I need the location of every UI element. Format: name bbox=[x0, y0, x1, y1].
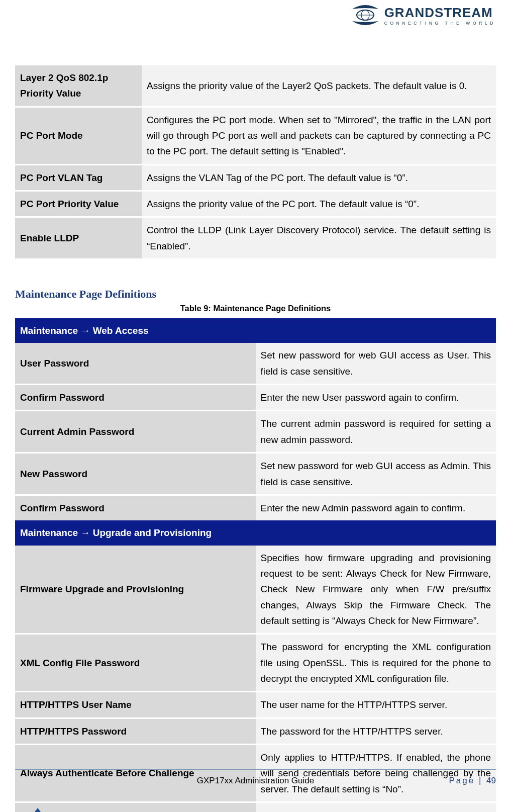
group-header-upgrade: Maintenance → Upgrade and Provisioning bbox=[15, 520, 496, 545]
row-key: New Password bbox=[15, 454, 256, 494]
footer-page-number: Page | 49 bbox=[449, 776, 496, 786]
table-row: PC Port Mode Configures the PC port mode… bbox=[15, 108, 496, 164]
row-val: The password for the HTTP/HTTPS server. bbox=[256, 719, 496, 744]
table-row: HTTP/HTTPS User Name The user name for t… bbox=[15, 692, 496, 717]
row-val: The password for encrypting the XML conf… bbox=[256, 635, 496, 691]
table-row: HTTP/HTTPS Password The password for the… bbox=[15, 719, 496, 744]
row-val: Allows users to choose the firmware upgr… bbox=[256, 803, 496, 812]
section-heading: Maintenance Page Definitions bbox=[15, 288, 496, 301]
table-maintenance: Maintenance → Web Access User Password S… bbox=[15, 318, 496, 812]
row-val: Set new password for web GUI access as U… bbox=[256, 343, 496, 384]
table-row: User Password Set new password for web G… bbox=[15, 343, 496, 384]
table-caption: Table 9: Maintenance Page Definitions bbox=[15, 304, 496, 313]
page-footer: GXP17xx Administration Guide Page | 49 bbox=[15, 769, 496, 786]
table-row: Enable LLDP Control the LLDP (Link Layer… bbox=[15, 218, 496, 258]
row-val: The current admin password is required f… bbox=[256, 411, 496, 452]
row-key: Confirm Password bbox=[15, 385, 256, 410]
row-key: HTTP/HTTPS Password bbox=[15, 719, 256, 744]
row-key: Confirm Password bbox=[15, 496, 256, 520]
row-val: Specifies how firmware upgrading and pro… bbox=[256, 546, 496, 634]
footer-doc-title: GXP17xx Administration Guide bbox=[197, 776, 314, 786]
brand-logo: GRANDSTREAM CONNECTING THE WORLD bbox=[351, 4, 496, 26]
table-row: Layer 2 QoS 802.1p Priority Value Assign… bbox=[15, 65, 496, 106]
row-val: Assigns the VLAN Tag of the PC port. The… bbox=[142, 165, 496, 190]
table-row: Confirm Password Enter the new User pass… bbox=[15, 385, 496, 410]
row-val: The user name for the HTTP/HTTPS server. bbox=[256, 692, 496, 717]
row-key: Current Admin Password bbox=[15, 411, 256, 452]
logo-swoosh-icon bbox=[351, 4, 379, 26]
row-val: Assigns the priority value of the PC por… bbox=[142, 192, 496, 216]
arrow-right-icon: → bbox=[80, 325, 90, 336]
table-row: PC Port Priority Value Assigns the prior… bbox=[15, 192, 496, 216]
group-header-web-access: Maintenance → Web Access bbox=[15, 318, 496, 343]
row-key: PC Port VLAN Tag bbox=[15, 165, 142, 190]
row-key: Firmware Upgrade and Provisioning bbox=[15, 546, 256, 634]
row-val: Enter the new User password again to con… bbox=[256, 385, 496, 410]
table-network: Layer 2 QoS 802.1p Priority Value Assign… bbox=[15, 65, 496, 258]
brand-tagline: CONNECTING THE WORLD bbox=[384, 21, 496, 26]
row-val: Control the LLDP (Link Layer Discovery P… bbox=[142, 218, 496, 258]
table-row: Confirm Password Enter the new Admin pas… bbox=[15, 496, 496, 520]
arrow-right-icon: → bbox=[80, 527, 90, 538]
row-key: XML Config File Password bbox=[15, 635, 256, 691]
table-row: Upgrade Via Allows users to choose the f… bbox=[15, 803, 496, 812]
row-key: User Password bbox=[15, 343, 256, 384]
footer-divider bbox=[15, 769, 496, 770]
row-val: Enter the new Admin password again to co… bbox=[256, 496, 496, 520]
row-key: PC Port Mode bbox=[15, 108, 142, 164]
table-row: New Password Set new password for web GU… bbox=[15, 454, 496, 494]
row-val: Set new password for web GUI access as A… bbox=[256, 454, 496, 494]
row-key: HTTP/HTTPS User Name bbox=[15, 692, 256, 717]
row-key: Enable LLDP bbox=[15, 218, 142, 258]
brand-name: GRANDSTREAM bbox=[384, 5, 496, 21]
table-row: Firmware Upgrade and Provisioning Specif… bbox=[15, 546, 496, 634]
row-val: Configures the PC port mode. When set to… bbox=[142, 108, 496, 164]
row-key: PC Port Priority Value bbox=[15, 192, 142, 216]
svg-marker-3 bbox=[15, 808, 60, 812]
table-row: PC Port VLAN Tag Assigns the VLAN Tag of… bbox=[15, 165, 496, 190]
row-key: Layer 2 QoS 802.1p Priority Value bbox=[15, 65, 142, 106]
table-row: XML Config File Password The password fo… bbox=[15, 635, 496, 691]
table-row: Current Admin Password The current admin… bbox=[15, 411, 496, 452]
row-val: Assigns the priority value of the Layer2… bbox=[142, 65, 496, 106]
